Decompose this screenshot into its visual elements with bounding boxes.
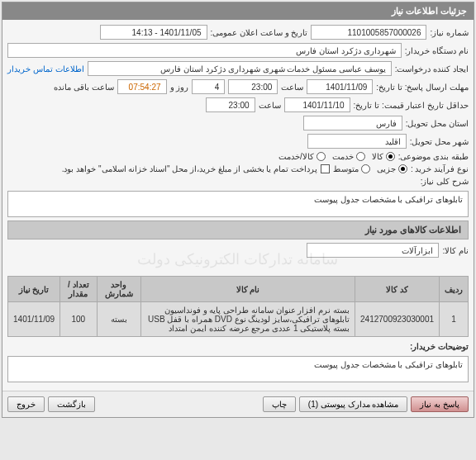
buyer-label: نام دستگاه خریدار: <box>405 46 469 55</box>
cell-date: 1401/11/09 <box>8 302 60 337</box>
purchase-type-label: نوع فرآیند خرید : <box>411 164 469 173</box>
time-label-1: ساعت <box>281 83 303 92</box>
need-desc-textbox[interactable]: تابلوهای ترافیکی با مشخصات جدول پیوست <box>7 191 469 217</box>
requester-field: یوسف عباسی مسئول خدمات شهری شهرداری دژکر… <box>88 61 392 76</box>
time-label-2: ساعت <box>259 101 281 110</box>
table-header-row: ردیف کد کالا نام کالا واحد شمارش تعداد /… <box>8 277 469 302</box>
cell-row: 1 <box>440 302 469 337</box>
payment-checkbox[interactable] <box>321 164 330 173</box>
radio-service[interactable]: خدمت <box>332 152 365 161</box>
city-field: اقلید <box>307 134 407 149</box>
contact-link[interactable]: اطلاعات تماس خریدار <box>7 64 84 74</box>
radio-goods[interactable]: کالا <box>372 152 395 161</box>
th-date: تاریخ نیاز <box>8 277 60 302</box>
category-radio-group: کالا خدمت کالا/خدمت <box>278 152 395 161</box>
province-field: فارس <box>303 116 402 130</box>
view-docs-button[interactable]: مشاهده مدارک پیوستی (1) <box>299 396 408 412</box>
goods-name-label: نام کالا: <box>442 246 469 255</box>
footer-bar: پاسخ به نیاز مشاهده مدارک پیوستی (1) چاپ… <box>2 391 474 417</box>
day-label: روز و <box>170 83 189 92</box>
buyer-note-label: توضیحات خریدار: <box>7 342 469 351</box>
radio-goods-service[interactable]: کالا/خدمت <box>278 152 326 161</box>
th-row: ردیف <box>440 277 469 302</box>
requester-label: ایجاد کننده درخواست: <box>395 64 469 74</box>
validity-time-field: 23:00 <box>206 97 255 112</box>
announce-field: 1401/11/05 - 14:13 <box>100 25 207 40</box>
modal-header: جزئیات اطلاعات نیاز <box>2 2 474 20</box>
purchase-type-radio-group: جزیی متوسط <box>333 164 407 173</box>
deadline-label: مهلت ارسال پاسخ: تا تاریخ: <box>376 83 469 92</box>
goods-name-field: ابزارآلات <box>307 243 439 258</box>
validity-label: حداقل تاریخ اعتبار قیمت: تا تاریخ: <box>354 101 469 110</box>
modal-title: جزئیات اطلاعات نیاز <box>392 6 467 16</box>
need-number-label: شماره نیاز: <box>430 28 469 37</box>
city-label: شهر محل تحویل: <box>410 137 469 146</box>
cell-unit: بسته <box>97 302 140 337</box>
days-remain-field: 4 <box>192 79 225 94</box>
deadline-time-field: 23:00 <box>228 79 278 94</box>
remain-suffix: ساعت باقی مانده <box>54 83 114 92</box>
table-row: 1 2412700923030001 بسته نرم افزار عنوان … <box>8 302 469 337</box>
need-desc-label: شرح کلی نیاز: <box>7 177 469 186</box>
need-number-field: 1101005857000026 <box>311 25 426 40</box>
cell-code: 2412700923030001 <box>355 302 440 337</box>
back-button[interactable]: بازگشت <box>48 396 95 412</box>
th-qty: تعداد / مقدار <box>60 277 97 302</box>
radio-medium[interactable]: متوسط <box>333 164 370 173</box>
province-label: استان محل تحویل: <box>406 119 469 128</box>
cell-name: بسته نرم افزار عنوان سامانه طراحی پایه و… <box>140 302 355 337</box>
buyer-note-textbox[interactable]: تابلوهای ترافیکی با مشخصات جدول پیوست <box>7 356 469 382</box>
deadline-date-field: 1401/11/09 <box>307 79 373 94</box>
th-code: کد کالا <box>355 277 440 302</box>
print-button[interactable]: چاپ <box>263 396 296 412</box>
items-table: ردیف کد کالا نام کالا واحد شمارش تعداد /… <box>7 276 469 337</box>
announce-label: تاریخ و ساعت اعلان عمومی: <box>211 28 308 37</box>
category-label: طبقه بندی موضوعی: <box>398 152 469 161</box>
items-section-header: اطلاعات کالاهای مورد نیاز <box>7 221 469 239</box>
validity-date-field: 1401/11/10 <box>284 97 350 112</box>
remain-time-field: 07:54:27 <box>117 79 167 94</box>
radio-partial[interactable]: جزیی <box>377 164 407 173</box>
respond-button[interactable]: پاسخ به نیاز <box>411 396 469 412</box>
payment-note: پرداخت تمام یا بخشی از مبلغ خرید،از محل … <box>62 164 317 173</box>
cell-qty: 100 <box>60 302 97 337</box>
th-unit: واحد شمارش <box>97 277 140 302</box>
buyer-field: شهرداری دژکرد استان فارس <box>7 43 402 58</box>
exit-button[interactable]: خروج <box>7 396 45 412</box>
th-name: نام کالا <box>140 277 355 302</box>
